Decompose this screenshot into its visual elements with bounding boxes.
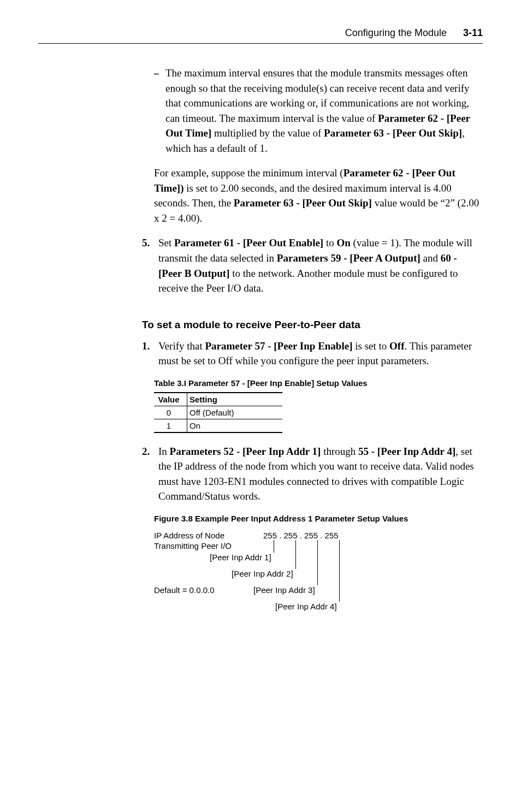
table-cell-setting: Off (Default) — [187, 406, 283, 419]
ip-label: IP Address of NodeTransmitting Peer I/O — [154, 531, 232, 552]
vline-1 — [274, 540, 274, 553]
step-number: 1. — [142, 339, 152, 354]
section-title: Configuring the Module — [345, 27, 447, 39]
ip-address-diagram: IP Address of NodeTransmitting Peer I/O … — [154, 531, 483, 618]
vline-2 — [295, 540, 296, 569]
peer-inp-addr-1: [Peer Inp Addr 1] — [210, 553, 271, 562]
table-row: 1 On — [154, 419, 282, 432]
vline-3 — [317, 540, 318, 585]
table-cell-value: 0 — [154, 406, 187, 419]
parameter-table: Value Setting 0 Off (Default) 1 On — [154, 392, 282, 433]
default-value: Default = 0.0.0.0 — [154, 585, 215, 595]
step-1-text: Verify that Parameter 57 - [Peer Inp Ena… — [158, 339, 483, 369]
figure-caption: Figure 3.8 Example Peer Input Address 1 … — [154, 514, 483, 523]
table-cell-setting: On — [187, 419, 283, 432]
table-header-setting: Setting — [187, 393, 283, 406]
bullet-text: The maximum interval ensures that the mo… — [165, 66, 483, 156]
step-5-text: Set Parameter 61 - [Peer Out Enable] to … — [158, 235, 483, 295]
page-header: Configuring the Module 3-11 — [38, 27, 483, 39]
ip-octets: 255 . 255 . 255 . 255 — [263, 531, 339, 540]
step-number: 5. — [142, 235, 152, 251]
peer-inp-addr-4: [Peer Inp Addr 4] — [275, 602, 337, 611]
page-number: 3-11 — [463, 27, 483, 39]
header-rule — [38, 43, 483, 44]
table-row: Value Setting — [154, 393, 282, 406]
table-caption: Table 3.I Parameter 57 - [Peer Inp Enabl… — [154, 378, 483, 388]
step-5: 5. Set Parameter 61 - [Peer Out Enable] … — [142, 235, 483, 295]
subheading: To set a module to receive Peer-to-Peer … — [142, 319, 483, 331]
table-row: 0 Off (Default) — [154, 406, 282, 419]
step-2: 2. In Parameters 52 - [Peer Inp Addr 1] … — [142, 444, 483, 504]
step-number: 2. — [142, 444, 152, 459]
example-paragraph: For example, suppose the minimum interva… — [154, 165, 483, 226]
dash-bullet-icon: – — [154, 66, 159, 80]
body-content: – The maximum interval ensures that the … — [142, 66, 483, 618]
table-cell-value: 1 — [154, 419, 187, 432]
step-1: 1. Verify that Parameter 57 - [Peer Inp … — [142, 339, 483, 369]
step-2-text: In Parameters 52 - [Peer Inp Addr 1] thr… — [158, 444, 483, 504]
peer-inp-addr-3: [Peer Inp Addr 3] — [253, 585, 315, 595]
vline-4 — [339, 540, 340, 602]
table-header-value: Value — [154, 393, 187, 406]
peer-inp-addr-2: [Peer Inp Addr 2] — [232, 569, 293, 578]
bullet-max-interval: – The maximum interval ensures that the … — [154, 66, 483, 156]
